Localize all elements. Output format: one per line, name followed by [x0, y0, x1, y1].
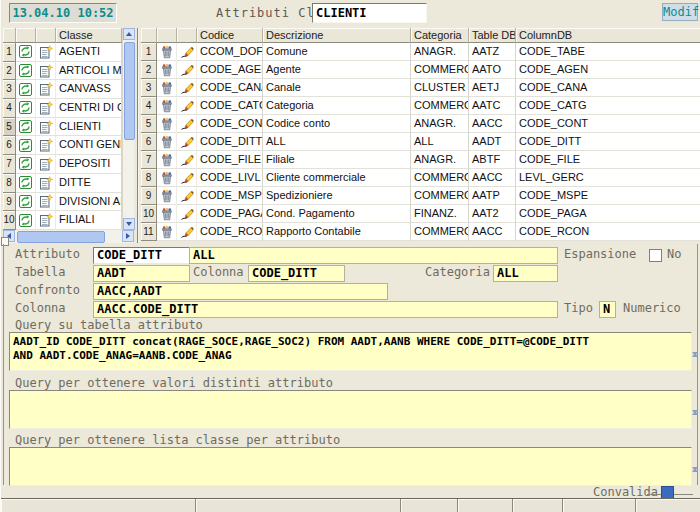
document-icon[interactable]: [36, 62, 56, 81]
attributo-code-field[interactable]: CODE_DITT: [93, 247, 190, 264]
class-row-number[interactable]: 2: [3, 62, 16, 81]
class-row-number[interactable]: 9: [3, 193, 16, 212]
categoria-field[interactable]: ALL: [493, 265, 558, 282]
document-icon[interactable]: [36, 155, 56, 174]
edit-icon[interactable]: [177, 115, 197, 133]
class-row-number[interactable]: 3: [3, 80, 16, 99]
tabella-field[interactable]: AADT: [93, 265, 190, 282]
attribute-row[interactable]: 2CODE_AGENAgenteCOMMERC.AATOCODE_AGEN: [141, 61, 700, 79]
delete-icon[interactable]: [157, 61, 177, 79]
delete-icon[interactable]: [157, 43, 177, 61]
document-icon[interactable]: [36, 80, 56, 99]
class-list-horizontal-scrollbar[interactable]: [3, 230, 134, 243]
edit-icon[interactable]: [177, 133, 197, 151]
class-list-row[interactable]: 1AGENTI: [3, 43, 122, 62]
scroll-right-button[interactable]: [122, 230, 134, 242]
class-list-row[interactable]: 3CANVASS: [3, 80, 122, 99]
attribute-row-number[interactable]: 4: [141, 97, 157, 115]
scroll-up-button[interactable]: [123, 28, 135, 40]
refresh-icon[interactable]: [16, 99, 36, 118]
delete-icon[interactable]: [157, 169, 177, 187]
delete-icon[interactable]: [157, 187, 177, 205]
attribute-row-number[interactable]: 10: [141, 205, 157, 223]
attribute-row-number[interactable]: 5: [141, 115, 157, 133]
document-icon[interactable]: [36, 118, 56, 137]
refresh-icon[interactable]: [16, 211, 36, 230]
delete-icon[interactable]: [157, 151, 177, 169]
delete-icon[interactable]: [157, 97, 177, 115]
delete-icon[interactable]: [157, 223, 177, 241]
edit-icon[interactable]: [177, 97, 197, 115]
edit-icon[interactable]: [177, 205, 197, 223]
refresh-icon[interactable]: [16, 193, 36, 212]
class-row-number[interactable]: 6: [3, 136, 16, 155]
class-list-row[interactable]: 4CENTRI DI CO: [3, 99, 122, 118]
attribute-row-number[interactable]: 7: [141, 151, 157, 169]
class-list-row[interactable]: 5CLIENTI: [3, 118, 122, 137]
column-header-descrizione[interactable]: Descrizione: [263, 28, 411, 43]
class-list-row[interactable]: 8DITTE: [3, 174, 122, 193]
attribute-row-number[interactable]: 11: [141, 223, 157, 241]
document-icon[interactable]: [36, 174, 56, 193]
refresh-icon[interactable]: [16, 62, 36, 81]
attribute-row[interactable]: 3CODE_CANACanaleCLUSTERAETJCODE_CANA: [141, 79, 700, 97]
refresh-icon[interactable]: [16, 155, 36, 174]
class-list-row[interactable]: 6CONTI GENER: [3, 136, 122, 155]
scrollbar-thumb[interactable]: [17, 231, 105, 243]
document-icon[interactable]: [36, 211, 56, 230]
document-icon[interactable]: [36, 43, 56, 62]
query1-textarea[interactable]: AADT_ID CODE_DITT concat(RAGE_SOCE,RAGE_…: [9, 332, 692, 371]
edit-icon[interactable]: [177, 223, 197, 241]
query3-textarea[interactable]: [9, 447, 692, 486]
class-list-vertical-scrollbar[interactable]: [122, 28, 134, 230]
class-list-row[interactable]: 9DIVISIONI ART: [3, 193, 122, 212]
class-row-number[interactable]: 10: [3, 211, 16, 230]
attribute-row[interactable]: 6CODE_DITTALLALLAADTCODE_DITT: [141, 133, 700, 151]
edit-icon[interactable]: [177, 187, 197, 205]
colonna1-field[interactable]: CODE_DITT: [248, 265, 345, 282]
refresh-icon[interactable]: [16, 80, 36, 99]
class-list-row[interactable]: 7DEPOSITI: [3, 155, 122, 174]
column-header-columndb[interactable]: ColumnDB: [516, 28, 700, 43]
edit-icon[interactable]: [177, 43, 197, 61]
edit-icon[interactable]: [177, 151, 197, 169]
confronto-field[interactable]: AACC,AADT: [93, 283, 388, 300]
delete-icon[interactable]: [157, 115, 177, 133]
attributo-desc-field[interactable]: ALL: [189, 247, 558, 264]
class-name-input[interactable]: [312, 3, 427, 23]
modif-button[interactable]: Modif: [662, 3, 698, 21]
attribute-row-number[interactable]: 3: [141, 79, 157, 97]
refresh-icon[interactable]: [16, 118, 36, 137]
scroll-down-button[interactable]: [123, 218, 135, 230]
attribute-row[interactable]: 10CODE_PAGACond. PagamentoFINANZ.AAT2COD…: [141, 205, 700, 223]
colonna2-field[interactable]: AACC.CODE_DITT: [93, 301, 558, 318]
espansione-checkbox[interactable]: [649, 249, 662, 262]
attribute-row[interactable]: 1CCOM_DOFIComuneANAGR.AATZCODE_TABE: [141, 43, 700, 61]
delete-icon[interactable]: [157, 133, 177, 151]
attribute-row[interactable]: 11CODE_RCONRapporto ContabileCOMMERC.AAC…: [141, 223, 700, 241]
attribute-row-number[interactable]: 2: [141, 61, 157, 79]
class-list-row[interactable]: 10FILIALI: [3, 211, 122, 230]
scrollbar-thumb[interactable]: [124, 42, 135, 140]
attribute-row[interactable]: 7CODE_FILEFilialeANAGR.ABTFCODE_FILE: [141, 151, 700, 169]
edit-icon[interactable]: [177, 61, 197, 79]
textarea-scroll-down-icon[interactable]: [692, 471, 698, 493]
class-column-header[interactable]: Classe: [56, 28, 122, 43]
attribute-row-number[interactable]: 1: [141, 43, 157, 61]
class-list-row[interactable]: 2ARTICOLI MAG: [3, 62, 122, 81]
document-icon[interactable]: [36, 99, 56, 118]
column-header-codice[interactable]: Codice: [197, 28, 263, 43]
class-row-number[interactable]: 1: [3, 43, 16, 62]
refresh-icon[interactable]: [16, 43, 36, 62]
document-icon[interactable]: [36, 193, 56, 212]
delete-icon[interactable]: [157, 205, 177, 223]
query2-textarea[interactable]: [9, 390, 692, 429]
class-row-number[interactable]: 4: [3, 99, 16, 118]
class-row-number[interactable]: 8: [3, 174, 16, 193]
document-icon[interactable]: [36, 136, 56, 155]
edit-icon[interactable]: [177, 169, 197, 187]
column-header-tabledb[interactable]: Table DB: [469, 28, 516, 43]
attribute-row[interactable]: 8CODE_LIVLCliente commercialeCOMMERC.AAC…: [141, 169, 700, 187]
tipo-field[interactable]: N: [599, 301, 616, 318]
class-row-number[interactable]: 7: [3, 155, 16, 174]
